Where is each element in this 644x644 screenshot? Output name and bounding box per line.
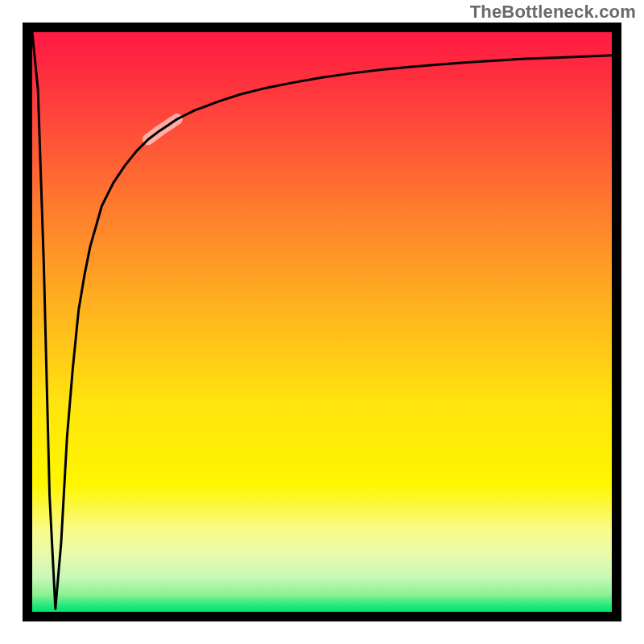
curve-overlay <box>32 32 612 612</box>
bottleneck-curve-line <box>32 32 612 609</box>
chart-stage: TheBottleneck.com <box>0 0 644 644</box>
watermark-text: TheBottleneck.com <box>470 2 636 23</box>
chart-frame <box>23 23 621 621</box>
chart-plot-area <box>32 32 612 612</box>
